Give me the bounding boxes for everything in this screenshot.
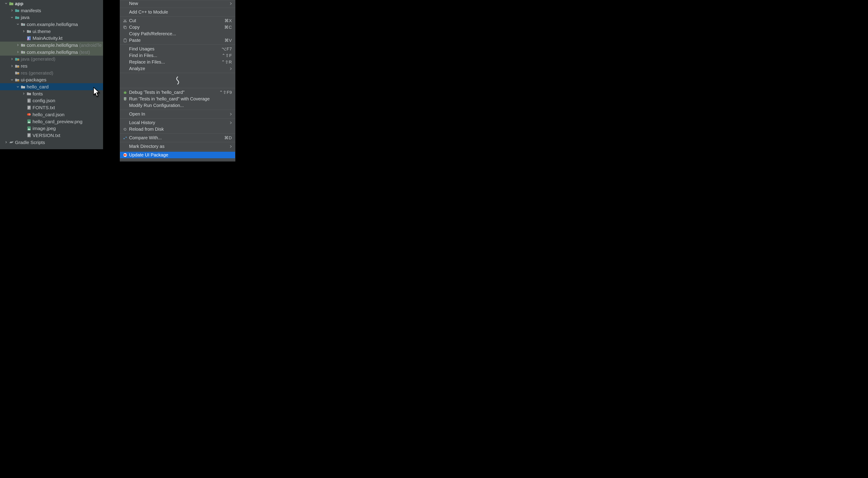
chevron-right-icon <box>16 43 20 47</box>
chevron-right-icon <box>10 58 13 60</box>
folder-icon <box>27 91 31 96</box>
tree-label: hello_card.json <box>33 112 64 117</box>
svg-rect-23 <box>124 39 126 42</box>
tree-label-suffix: (androidTe <box>79 43 101 48</box>
menu-item-debug-tests[interactable]: Debug 'Tests in 'hello_card''⌃⇧F9 <box>120 89 235 96</box>
copy-icon <box>122 26 128 29</box>
chevron-down-icon <box>10 16 13 19</box>
compare-icon <box>122 136 128 140</box>
tree-item-java[interactable]: java <box>0 14 103 21</box>
package-folder-icon <box>27 29 31 33</box>
kotlin-file-icon <box>27 36 31 40</box>
svg-point-15 <box>29 113 31 116</box>
tree-item-hello-card-json[interactable]: hello_card.json <box>0 111 103 118</box>
tree-item-image-jpeg[interactable]: image.jpeg <box>0 125 103 132</box>
menu-item-local-history[interactable]: Local History <box>120 119 235 126</box>
submenu-arrow-icon <box>230 112 232 117</box>
tree-label: res <box>21 70 27 75</box>
tree-label: com.example.hellofigma <box>27 50 78 55</box>
package-folder-icon <box>21 43 25 47</box>
chevron-down-icon <box>10 79 13 81</box>
menu-item-modify-run[interactable]: Modify Run Configuration... <box>120 102 235 109</box>
submenu-arrow-icon <box>230 144 232 149</box>
menu-item-add-cpp[interactable]: Add C++ to Module <box>120 9 235 16</box>
svg-rect-4 <box>27 39 29 40</box>
menu-item-copy[interactable]: Copy⌘C <box>120 24 235 31</box>
tree-label: com.example.hellofigma <box>27 22 78 27</box>
chevron-right-icon <box>16 51 20 53</box>
tree-label: ui-packages <box>21 77 46 82</box>
module-folder-icon <box>9 1 13 6</box>
chevron-down-icon <box>16 23 20 26</box>
menu-item-replace-in-files[interactable]: Replace in Files...⌃⇧R <box>120 59 235 65</box>
tree-label: fonts <box>33 91 43 96</box>
figma-icon <box>122 153 128 157</box>
svg-rect-24 <box>125 39 126 39</box>
tree-item-hello-card[interactable]: hello_card <box>0 83 103 90</box>
tree-item-version-txt[interactable]: VERSION.txt <box>0 132 103 139</box>
menu-separator <box>120 159 235 159</box>
menu-separator <box>120 110 235 110</box>
tree-label-suffix: (generated) <box>29 70 53 75</box>
text-file-icon <box>27 106 31 110</box>
menu-separator <box>120 16 235 17</box>
folder-icon <box>15 15 20 20</box>
tree-item-ui-theme[interactable]: ui.theme <box>0 28 103 35</box>
tree-item-ui-packages[interactable]: ui-packages <box>0 77 103 84</box>
tree-item-package-test[interactable]: com.example.hellofigma (test) <box>0 49 103 56</box>
tree-item-manifests[interactable]: manifests <box>0 7 103 14</box>
tree-label: config.json <box>33 98 55 103</box>
menu-item-update-ui-package[interactable]: Update UI Package <box>120 152 235 158</box>
tree-item-fonts-txt[interactable]: FONTS.txt <box>0 104 103 111</box>
menu-item-open-in[interactable]: Open In <box>120 111 235 117</box>
menu-item-run-coverage[interactable]: Run 'Tests in 'hello_card'' with Coverag… <box>120 96 235 102</box>
menu-item-paste[interactable]: Paste⌘V <box>120 37 235 43</box>
tree-label: Gradle Scripts <box>15 140 45 145</box>
chevron-right-icon <box>22 92 25 95</box>
menu-item-cut[interactable]: Cut⌘X <box>120 18 235 24</box>
svg-rect-22 <box>124 27 126 29</box>
menu-ellipsis <box>120 74 235 87</box>
tree-label: com.example.hellofigma <box>27 43 78 48</box>
tree-item-res-generated[interactable]: res (generated) <box>0 69 103 77</box>
tree-label: hello_card <box>27 84 49 89</box>
menu-separator <box>120 142 235 142</box>
chevron-down-icon <box>4 2 8 5</box>
tree-item-hello-card-preview[interactable]: hello_card_preview.png <box>0 118 103 125</box>
cut-icon <box>122 19 128 23</box>
tree-item-package-androidtest[interactable]: com.example.hellofigma (androidTe <box>0 41 103 49</box>
svg-rect-7 <box>18 59 19 61</box>
resource-folder-icon <box>15 70 20 75</box>
tree-item-res[interactable]: res <box>0 62 103 69</box>
svg-point-5 <box>23 45 24 46</box>
menu-item-copy-path[interactable]: Copy Path/Reference... <box>120 31 235 37</box>
image-file-icon <box>27 119 31 124</box>
menu-item-compare-with[interactable]: Compare With...⌘D <box>120 135 235 141</box>
folder-icon <box>21 85 25 89</box>
run-coverage-icon <box>122 97 128 101</box>
text-file-icon <box>27 133 31 138</box>
tree-item-config-json[interactable]: {} config.json <box>0 97 103 104</box>
menu-item-reload-from-disk[interactable]: Reload from Disk <box>120 126 235 132</box>
svg-point-2 <box>29 31 30 32</box>
tree-item-app[interactable]: app <box>0 0 103 7</box>
menu-item-find-in-files[interactable]: Find in Files...⌃⇧F <box>120 52 235 59</box>
tree-item-fonts[interactable]: fonts <box>0 90 103 97</box>
tree-label: ui.theme <box>33 29 51 34</box>
tree-item-java-generated[interactable]: java (generated) <box>0 56 103 63</box>
figma-file-icon <box>27 112 31 117</box>
tree-label: app <box>15 1 23 6</box>
tree-label: manifests <box>21 8 41 13</box>
svg-point-19 <box>124 21 125 22</box>
svg-text:{}: {} <box>28 99 30 102</box>
tree-item-gradle-scripts[interactable]: Gradle Scripts <box>0 139 103 146</box>
menu-item-mark-directory-as[interactable]: Mark Directory as <box>120 143 235 150</box>
menu-item-analyze[interactable]: Analyze <box>120 65 235 72</box>
tree-item-main-activity[interactable]: MainActivity.kt <box>0 35 103 41</box>
menu-item-find-usages[interactable]: Find Usages⌥F7 <box>120 46 235 52</box>
menu-item-new[interactable]: New <box>120 0 235 7</box>
tree-item-package-main[interactable]: com.example.hellofigma <box>0 21 103 28</box>
package-folder-icon <box>21 50 25 54</box>
svg-rect-8 <box>18 66 19 68</box>
chevron-right-icon <box>4 141 8 144</box>
